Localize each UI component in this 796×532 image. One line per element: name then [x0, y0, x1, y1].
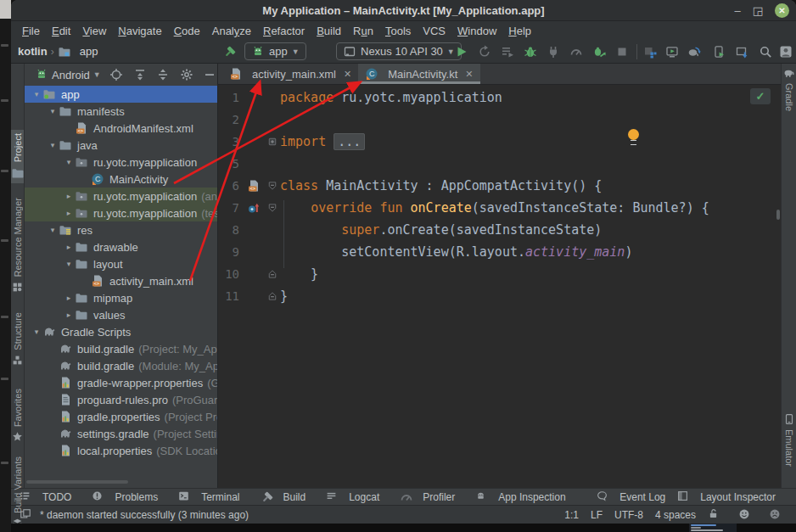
stripe-item-gradle[interactable]: Gradle — [782, 67, 796, 111]
debug-button[interactable] — [523, 44, 538, 59]
intention-bulb-icon[interactable] — [628, 129, 639, 140]
tree-chevron-icon[interactable]: ▾ — [63, 158, 75, 166]
tree-item-ru-yotc-myapplication[interactable]: ▾ru.yotc.myapplication — [25, 154, 218, 171]
code-line[interactable]: 2 — [218, 109, 781, 131]
close-icon[interactable]: ✕ — [344, 69, 351, 80]
toolwindow-build[interactable]: Build — [261, 490, 306, 504]
build-hammer-button[interactable] — [222, 44, 238, 59]
stripe-item-favorites[interactable]: Favorites — [11, 389, 24, 442]
tree-item-drawable[interactable]: ▸drawable — [25, 238, 218, 255]
fold-open-icon[interactable] — [264, 203, 280, 213]
code-editor[interactable]: 1package ru.yotc.myapplication23import .… — [218, 85, 781, 488]
code-line[interactable]: 3import ... — [218, 131, 781, 153]
attach-debugger-to-android-process-button[interactable] — [642, 44, 658, 59]
profile-button[interactable] — [569, 44, 584, 59]
toolwindow-todo[interactable]: TODO — [20, 490, 71, 504]
expand-all-icon[interactable] — [132, 67, 147, 82]
code-line[interactable]: 10 } — [218, 263, 781, 285]
tree-chevron-icon[interactable]: ▾ — [63, 260, 75, 268]
tree-chevron-icon[interactable]: ▾ — [47, 141, 59, 149]
code-line[interactable]: 8 super.onCreate(savedInstanceState) — [218, 219, 781, 241]
tree-item-activity-main-xml[interactable]: <>activity_main.xml — [25, 272, 218, 289]
menu-item-vcs[interactable]: VCS — [417, 25, 451, 37]
stripe-item-build-variants[interactable]: Build Variants — [11, 456, 24, 524]
line-ending[interactable]: LF — [591, 509, 603, 521]
code-line[interactable]: 6<>class MainActivity : AppCompatActivit… — [218, 175, 781, 197]
attach-debugger-button[interactable] — [546, 44, 561, 59]
tree-item-local-properties-sdk-location[interactable]: local.properties(SDK Location) — [25, 442, 218, 459]
tree-item-manifests[interactable]: ▾manifests — [25, 103, 218, 120]
code-line[interactable]: 5 — [218, 153, 781, 175]
menu-item-run[interactable]: Run — [347, 25, 379, 37]
tree-item-build-gradle-project-my-application[interactable]: build.gradle(Project: My_Application) — [25, 340, 218, 357]
fold-end-icon[interactable] — [264, 291, 280, 301]
minimize-button[interactable]: – — [734, 5, 740, 16]
tree-item-res[interactable]: ▾res — [25, 221, 218, 238]
menu-item-edit[interactable]: Edit — [46, 25, 76, 37]
layout-file-gutter-icon[interactable]: <> — [244, 179, 264, 193]
run-button[interactable] — [454, 44, 469, 59]
toolwindow-app-inspection[interactable]: App Inspection — [475, 490, 565, 504]
stripe-item-resource-manager[interactable]: Resource Manager — [11, 198, 24, 293]
toolwindow-layout-inspector[interactable]: Layout Inspector — [677, 490, 776, 504]
locate-file-icon[interactable] — [109, 67, 124, 82]
tree-item-values[interactable]: ▸values — [25, 306, 218, 323]
stripe-item-emulator[interactable]: Emulator — [782, 413, 796, 467]
tree-chevron-icon[interactable]: ▾ — [31, 328, 42, 336]
apply-changes-restart-button[interactable] — [477, 44, 492, 59]
tree-item-gradle-scripts[interactable]: ▾Gradle Scripts — [25, 323, 218, 340]
horizontal-scrollbar[interactable] — [26, 480, 128, 484]
sync-project-with-gradle-files-button[interactable] — [687, 44, 702, 59]
tree-chevron-icon[interactable]: ▾ — [47, 107, 59, 115]
project-view-selector[interactable]: Android — [52, 69, 90, 81]
breadcrumb-module[interactable]: kotlin — [18, 45, 48, 58]
tree-item-build-gradle-module-my-application-app[interactable]: build.gradle(Module: My_Application.app) — [25, 357, 218, 374]
fold-open-icon[interactable] — [264, 181, 280, 191]
tree-chevron-icon[interactable]: ▸ — [63, 311, 75, 319]
menu-item-help[interactable]: Help — [502, 25, 537, 37]
tree-chevron-icon[interactable]: ▸ — [63, 209, 75, 217]
menu-item-analyze[interactable]: Analyze — [206, 25, 257, 37]
avd-manager-button[interactable] — [664, 44, 680, 59]
settings-icon[interactable] — [179, 67, 193, 82]
tab-activity-main-xml[interactable]: <>activity_main.xml✕ — [222, 64, 358, 84]
tree-item-app[interactable]: ▾app — [25, 86, 218, 103]
unlocked-icon[interactable] — [708, 508, 721, 522]
code-line[interactable]: 9 setContentView(R.layout.activity_main) — [218, 241, 781, 263]
collapse-all-icon[interactable] — [156, 67, 171, 82]
menu-item-view[interactable]: View — [76, 25, 112, 37]
tree-chevron-icon[interactable]: ▸ — [63, 294, 75, 302]
menu-item-build[interactable]: Build — [311, 25, 347, 37]
toolwindow-event-log[interactable]: Event Log — [597, 490, 665, 504]
editor-scrollbar[interactable] — [776, 210, 780, 220]
menu-item-navigate[interactable]: Navigate — [112, 25, 167, 37]
profile-app-button[interactable] — [591, 44, 607, 59]
toolwindow-problems[interactable]: Problems — [92, 490, 158, 504]
encoding[interactable]: UTF-8 — [614, 509, 643, 521]
toolwindow-logcat[interactable]: Logcat — [326, 490, 379, 504]
toolwindow-profiler[interactable]: Profiler — [400, 490, 455, 504]
stripe-item-project[interactable]: Project — [11, 130, 24, 183]
menu-item-refactor[interactable]: Refactor — [257, 25, 311, 37]
tree-item-mainactivity[interactable]: CMainActivity — [25, 171, 218, 188]
tree-chevron-icon[interactable]: ▸ — [63, 192, 75, 200]
fold-plus-icon[interactable] — [264, 137, 280, 147]
tree-item-androidmanifest-xml[interactable]: <>AndroidManifest.xml — [25, 120, 218, 137]
tree-chevron-icon[interactable]: ▾ — [47, 226, 59, 234]
device-dropdown[interactable]: Nexus 10 API 30 ▼ — [336, 42, 462, 60]
apply-code-changes-button[interactable] — [500, 44, 515, 59]
menu-item-window[interactable]: Window — [451, 25, 502, 37]
menu-item-code[interactable]: Code — [168, 25, 206, 37]
stripe-item-structure[interactable]: Structure — [11, 312, 24, 366]
code-line[interactable]: 11} — [218, 285, 781, 307]
code-line[interactable]: 7 override fun onCreate(savedInstanceSta… — [218, 197, 781, 219]
profile-avatar-button[interactable] — [778, 44, 793, 59]
close-icon[interactable]: ✕ — [465, 69, 473, 80]
tree-item-gradle-wrapper-properties-gradle-version[interactable]: gradle-wrapper.properties(Gradle Version… — [25, 374, 218, 391]
search-everywhere-button[interactable] — [758, 44, 773, 59]
tree-item-mipmap[interactable]: ▸mipmap — [25, 289, 218, 306]
frown-icon[interactable] — [769, 508, 782, 522]
caret-position[interactable]: 1:1 — [564, 509, 579, 521]
tree-item-ru-yotc-myapplication-test[interactable]: ▸ru.yotc.myapplication(test) — [25, 204, 218, 221]
restore-button[interactable]: ◲ — [753, 5, 763, 16]
